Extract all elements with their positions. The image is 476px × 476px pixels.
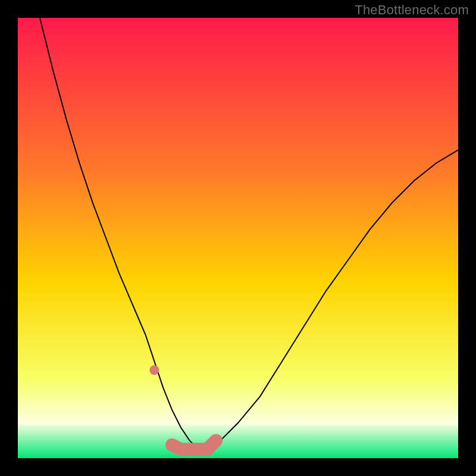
gradient-background [18,18,458,458]
watermark-text: TheBottleneck.com [355,2,469,18]
plot-area [18,18,458,458]
marker-dot [149,365,159,375]
bottleneck-chart [18,18,458,458]
chart-frame: TheBottleneck.com [0,0,476,476]
